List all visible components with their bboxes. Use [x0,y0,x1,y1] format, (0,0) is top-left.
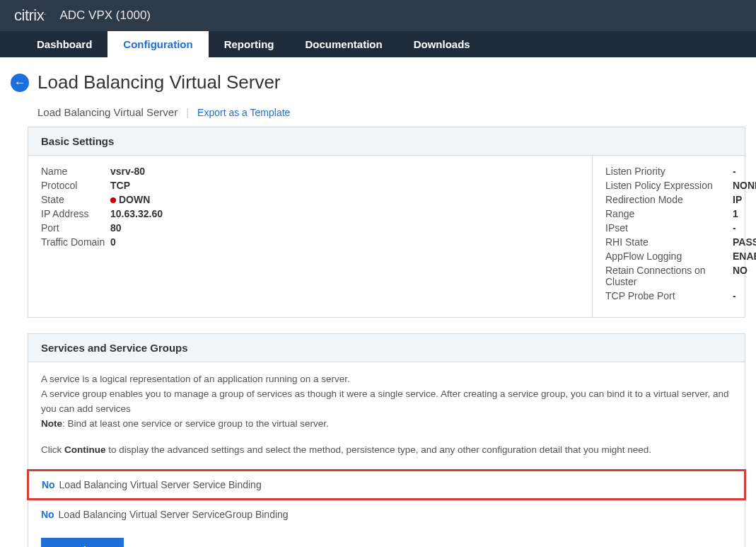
sub-header: Load Balancing Virtual Server | Export a… [37,106,745,118]
kv-range: Range1 [605,208,756,219]
kv-tcp-probe: TCP Probe Port- [605,290,756,301]
basic-settings-body: Namevsrv-80 ProtocolTCP StateDOWN IP Add… [28,156,745,317]
kv-listen-policy: Listen Policy ExpressionNONE [605,180,756,191]
nav-bar: Dashboard Configuration Reporting Docume… [0,31,756,57]
kv-appflow: AppFlow LoggingENABLED [605,251,756,262]
services-body: A service is a logical representation of… [28,362,745,471]
kv-state: StateDOWN [41,194,579,205]
basic-settings-header: Basic Settings [28,127,745,156]
page-title: Load Balancing Virtual Server [37,71,281,93]
continue-instruction: Click Continue to display the advanced s… [41,443,732,458]
tab-documentation[interactable]: Documentation [290,31,398,57]
content-area: ← Load Balancing Virtual Server Load Bal… [0,57,756,547]
kv-ip: IP Address10.63.32.60 [41,208,579,219]
breadcrumb-title: Load Balancing Virtual Server [37,106,178,118]
services-panel: Services and Service Groups A service is… [28,333,745,547]
tab-dashboard[interactable]: Dashboard [21,31,107,57]
tab-downloads[interactable]: Downloads [398,31,486,57]
top-bar: citrix. ADC VPX (1000) [0,0,756,31]
kv-traffic-domain: Traffic Domain0 [41,236,579,248]
basic-settings-panel: Basic Settings Namevsrv-80 ProtocolTCP S… [28,127,745,318]
kv-protocol: ProtocolTCP [41,180,579,191]
citrix-logo: citrix. [14,6,46,25]
servicegroup-binding-row[interactable]: No Load Balancing Virtual Server Service… [28,500,745,528]
status-down-icon [110,197,116,203]
services-description: A service is a logical representation of… [41,372,732,432]
service-binding-row[interactable]: No Load Balancing Virtual Server Service… [27,469,746,500]
continue-button[interactable]: Continue [41,538,124,547]
settings-right-column: Listen Priority- Listen Policy Expressio… [593,156,756,317]
settings-left-column: Namevsrv-80 ProtocolTCP StateDOWN IP Add… [41,156,593,317]
page-header: ← Load Balancing Virtual Server [11,71,745,93]
divider-icon: | [186,106,189,118]
kv-retain-conn: Retain Connections on ClusterNO [605,265,756,287]
services-header: Services and Service Groups [28,334,745,362]
product-name: ADC VPX (1000) [60,8,151,23]
arrow-left-icon: ← [14,77,25,88]
tab-configuration[interactable]: Configuration [107,31,208,57]
kv-rhi-state: RHI StatePASSIVE [605,236,756,248]
back-button[interactable]: ← [11,74,29,92]
tab-reporting[interactable]: Reporting [209,31,290,57]
kv-redirection: Redirection ModeIP [605,194,756,205]
kv-port: Port80 [41,222,579,234]
kv-listen-priority: Listen Priority- [605,166,756,177]
kv-ipset: IPset- [605,222,756,234]
kv-name: Namevsrv-80 [41,166,579,177]
export-template-link[interactable]: Export as a Template [197,107,290,118]
